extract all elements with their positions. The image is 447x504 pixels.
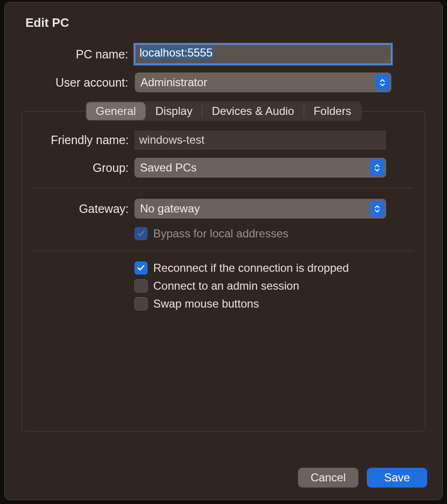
pc-name-input[interactable]: localhost:5555 — [135, 44, 391, 64]
swap-mouse-checkbox[interactable] — [134, 297, 148, 310]
bypass-label: Bypass for local addresses — [153, 227, 289, 240]
updown-icon — [375, 74, 389, 90]
tab-folders[interactable]: Folders — [304, 102, 361, 120]
swap-mouse-label: Swap mouse buttons — [153, 297, 259, 310]
divider — [33, 188, 414, 188]
cancel-button[interactable]: Cancel — [298, 468, 358, 488]
gateway-label: Gateway: — [33, 202, 134, 216]
group-select[interactable]: Saved PCs — [134, 158, 386, 178]
reconnect-label: Reconnect if the connection is dropped — [153, 261, 349, 275]
reconnect-checkbox[interactable] — [134, 261, 148, 275]
tab-display[interactable]: Display — [146, 102, 202, 120]
settings-panel: General Display Devices & Audio Folders … — [22, 111, 425, 431]
edit-pc-dialog: Edit PC PC name: localhost:5555 User acc… — [4, 2, 443, 500]
friendly-name-input[interactable] — [134, 130, 386, 149]
pc-name-label: PC name: — [25, 48, 135, 61]
admin-session-label: Connect to an admin session — [153, 279, 299, 293]
updown-icon — [370, 160, 384, 176]
tab-devices-audio[interactable]: Devices & Audio — [202, 102, 304, 120]
user-account-value: Administrator — [141, 76, 207, 89]
dialog-title: Edit PC — [5, 2, 442, 30]
tab-general[interactable]: General — [86, 102, 145, 120]
user-account-label: User account: — [25, 76, 135, 89]
divider — [33, 251, 414, 251]
top-form: PC name: localhost:5555 User account: Ad… — [5, 44, 442, 92]
pc-name-value: localhost:5555 — [140, 46, 213, 59]
save-button[interactable]: Save — [367, 468, 427, 488]
admin-session-checkbox[interactable] — [134, 279, 148, 293]
gateway-value: No gateway — [140, 202, 200, 215]
gateway-select[interactable]: No gateway — [134, 199, 386, 219]
group-value: Saved PCs — [140, 161, 197, 174]
group-label: Group: — [33, 161, 134, 175]
friendly-name-label: Friendly name: — [33, 133, 134, 147]
bypass-checkbox — [134, 227, 148, 240]
dialog-actions: Cancel Save — [298, 468, 427, 488]
tab-bar: General Display Devices & Audio Folders — [85, 101, 362, 121]
updown-icon — [370, 201, 384, 217]
user-account-select[interactable]: Administrator — [135, 73, 391, 92]
